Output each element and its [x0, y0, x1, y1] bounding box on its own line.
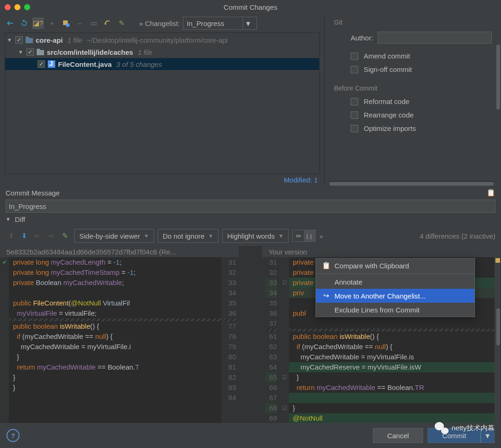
diff-collapse-arrow[interactable]: ▼ [6, 216, 11, 222]
reformat-label: Reformat code [364, 97, 409, 105]
clipboard-icon: 📋 [322, 262, 330, 269]
next-diff-icon[interactable]: ⬇ [19, 230, 30, 241]
sync-scroll-icon[interactable]: ⫿⫿ [304, 230, 315, 241]
move-icon: ↪ [322, 292, 330, 299]
ctx-move-changelist[interactable]: ↪ Move to Another Changelist... [316, 289, 475, 303]
module-icon [26, 37, 33, 43]
group-icon[interactable]: ▭ [88, 18, 99, 29]
undo-icon[interactable] [102, 18, 113, 29]
delete-icon[interactable]: − [74, 18, 85, 29]
diff-connector [239, 246, 262, 448]
optimize-label: Optimize imports [364, 124, 416, 132]
tree-folder-row[interactable]: ▼ ✓ src/com/intellij/ide/caches 1 file [5, 46, 319, 58]
scrollbar[interactable] [496, 45, 500, 110]
ctx-annotate[interactable]: Annotate [316, 275, 475, 289]
diff-summary: 4 differences (2 inactive) [420, 232, 495, 240]
history-icon[interactable]: 📋 [487, 188, 495, 197]
modified-count: Modified: 1 [284, 176, 318, 184]
java-file-icon: J [48, 60, 55, 68]
changelist-label: » Changelist: [139, 19, 180, 27]
changelist-value: In_Progress [187, 19, 225, 27]
diff-left-pane: 5e8332b2ad63484aa1d66de356572d7fbd7f04c6… [0, 246, 239, 448]
checkbox[interactable]: ✓ [38, 60, 45, 68]
left-code[interactable]: private long myCachedLength = -1; privat… [9, 257, 221, 448]
cancel-button[interactable]: Cancel [373, 428, 424, 443]
amend-checkbox[interactable] [351, 52, 358, 60]
highlight-select[interactable]: Highlight words▼ [222, 229, 289, 243]
ignore-select[interactable]: Do not ignore▼ [158, 229, 218, 243]
diff-label: Diff [15, 215, 25, 223]
chevron-down-icon: ▼ [243, 17, 253, 29]
refresh-icon[interactable] [19, 18, 30, 29]
rearrange-checkbox[interactable] [351, 111, 358, 119]
show-diff-icon[interactable] [5, 18, 16, 29]
file-toolbar: ◪? ＋ − ▭ ✎ » Changelist: In_Progress ▼ [0, 14, 324, 32]
folder-icon [37, 49, 44, 55]
author-label: Author: [351, 34, 373, 42]
before-commit-label: Before Commit [334, 84, 492, 92]
svg-text:J: J [49, 60, 53, 67]
expand-icon[interactable]: ✎ [116, 18, 127, 29]
left-line-numbers: 3132333435367778798081828384 [221, 257, 239, 448]
reformat-checkbox[interactable] [351, 98, 358, 105]
signoff-checkbox[interactable] [351, 66, 358, 73]
title-bar: Commit Changes [0, 0, 501, 14]
amend-label: Amend commit [364, 52, 410, 60]
include-gutter[interactable]: ☑☑☑☑ [280, 257, 289, 448]
next-file-icon[interactable]: ⇥ [45, 230, 56, 241]
context-menu: 📋 Compare with Clipboard Annotate ↪ Move… [315, 258, 475, 317]
right-line-numbers: 3132333435363761626364656667686970 [262, 257, 280, 448]
help-button[interactable]: ? [6, 429, 19, 442]
commit-message-input[interactable] [6, 200, 495, 213]
edit-icon[interactable]: ✎ [59, 230, 71, 241]
optimize-checkbox[interactable] [351, 125, 358, 132]
svg-point-1 [66, 23, 70, 27]
ctx-exclude-lines[interactable]: Exclude Lines from Commit [316, 303, 475, 317]
prev-file-icon[interactable]: ⇤ [32, 230, 43, 241]
dialog-button-bar: ? Cancel Commit ▼ [0, 423, 501, 448]
commit-message-label: Commit Message [6, 189, 60, 197]
right-pane-header: Your version [262, 246, 501, 257]
collapse-unchanged-icon[interactable]: ⇹ [293, 230, 304, 241]
signoff-label: Sign-off commit [364, 65, 412, 73]
checkbox[interactable]: ✓ [26, 48, 34, 56]
git-section-label: Git [334, 19, 492, 26]
code-scrollbar[interactable] [496, 308, 500, 345]
add-icon[interactable]: ＋ [46, 18, 58, 29]
ctx-compare-clipboard[interactable]: 📋 Compare with Clipboard [316, 259, 475, 273]
prev-diff-icon[interactable]: ⬆ [6, 230, 17, 241]
window-title: Commit Changes [0, 3, 501, 11]
author-input[interactable] [378, 32, 492, 44]
wechat-icon [435, 422, 449, 434]
left-pane-header: 5e8332b2ad63484aa1d66de356572d7fbd7f04c6… [0, 246, 239, 257]
tree-file-row[interactable]: ✓ J FileContent.java 3 of 5 changes [5, 58, 319, 70]
viewer-mode-select[interactable]: Side-by-side viewer▼ [74, 229, 154, 243]
tree-root-row[interactable]: ▼ ✓ core-api 1 file ~/Desktop/intellij-c… [5, 34, 319, 46]
rearrange-label: Rearrange code [364, 111, 414, 119]
changelist-icon[interactable]: ◪? [32, 18, 44, 29]
rollback-icon[interactable] [60, 18, 71, 29]
diff-toolbar: ⬆ ⬇ ⇤ ⇥ ✎ Side-by-side viewer▼ Do not ig… [0, 226, 501, 246]
watermark: netty技术内幕 [435, 422, 495, 434]
changelist-select[interactable]: In_Progress ▼ [183, 17, 257, 30]
commit-options-panel: Git Author: Amend commit Sign-off commit… [325, 14, 501, 186]
checkbox[interactable]: ✓ [15, 36, 23, 44]
file-tree[interactable]: ▼ ✓ core-api 1 file ~/Desktop/intellij-c… [5, 32, 320, 174]
chevrons: » [319, 232, 323, 240]
